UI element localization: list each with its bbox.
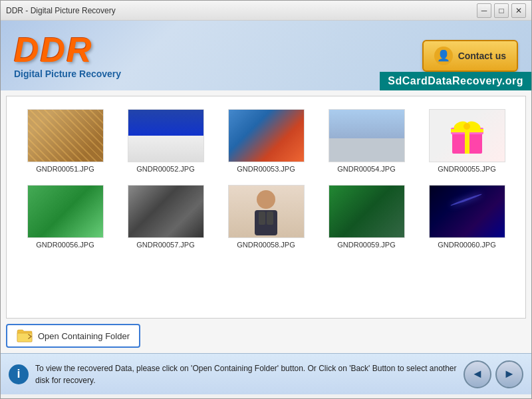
- forward-button[interactable]: ►: [495, 360, 523, 388]
- svg-point-7: [257, 190, 275, 209]
- minimize-button[interactable]: ─: [477, 3, 491, 18]
- open-folder-button[interactable]: Open Containing Folder: [6, 324, 140, 348]
- image-thumb-51: [27, 109, 104, 162]
- back-button[interactable]: ◄: [464, 360, 491, 388]
- nav-buttons: ◄ ►: [464, 360, 523, 388]
- image-thumb-58: [228, 185, 305, 238]
- maximize-button[interactable]: □: [494, 3, 509, 18]
- person-icon: [249, 188, 283, 235]
- contact-label: Contact us: [458, 51, 506, 61]
- image-thumb-52: [128, 109, 204, 162]
- image-label-52: GNDR00052.JPG: [136, 165, 194, 173]
- bottom-bar: i To view the recovered Data, please cli…: [1, 353, 531, 394]
- website-banner: SdCardDataRecovery.org: [380, 72, 531, 90]
- title-text: DDR - Digital Picture Recovery: [6, 6, 477, 15]
- main-content: GNDR00051.JPG GNDR00052.JPG GNDR00053.JP…: [1, 90, 531, 353]
- image-item-55[interactable]: GNDR00055.JPG: [418, 106, 515, 176]
- info-icon: i: [9, 364, 29, 384]
- gift-icon: [449, 116, 485, 156]
- image-label-56: GNDR00056.JPG: [36, 241, 94, 249]
- app-logo: DDR Digital Picture Recovery: [14, 33, 121, 79]
- image-item-51[interactable]: GNDR00051.JPG: [17, 106, 114, 176]
- title-bar-buttons: ─ □ ✕: [477, 3, 526, 18]
- svg-rect-10: [267, 211, 273, 225]
- image-item-52[interactable]: GNDR00052.JPG: [117, 106, 214, 176]
- header: DDR Digital Picture Recovery 👤 Contact u…: [1, 21, 531, 90]
- image-item-57[interactable]: GNDR00057.JPG: [117, 182, 214, 251]
- image-item-59[interactable]: GNDR00059.JPG: [318, 182, 415, 251]
- image-label-57: GNDR00057.JPG: [136, 241, 194, 249]
- svg-rect-8: [255, 210, 277, 235]
- image-thumb-59: [329, 185, 405, 238]
- image-item-58[interactable]: GNDR00058.JPG: [217, 182, 315, 251]
- image-thumb-60: [429, 185, 505, 238]
- image-item-53[interactable]: GNDR00053.JPG: [217, 106, 315, 176]
- image-thumb-54: [329, 109, 405, 162]
- folder-button-label: Open Containing Folder: [38, 331, 130, 341]
- svg-point-6: [464, 123, 470, 130]
- image-item-54[interactable]: GNDR00054.JPG: [318, 106, 415, 176]
- svg-rect-9: [259, 211, 265, 225]
- title-bar: DDR - Digital Picture Recovery ─ □ ✕: [1, 1, 531, 21]
- image-item-60[interactable]: GNDR00060.JPG: [418, 182, 515, 251]
- website-text: SdCardDataRecovery.org: [388, 75, 523, 86]
- image-label-60: GNDR00060.JPG: [438, 241, 495, 249]
- info-message: To view the recovered Data, please click…: [35, 362, 457, 386]
- image-item-56[interactable]: GNDR00056.JPG: [17, 182, 114, 251]
- app-subtitle: Digital Picture Recovery: [14, 68, 121, 79]
- image-thumb-53: [228, 109, 305, 162]
- image-label-55: GNDR00055.JPG: [438, 165, 495, 173]
- contact-button[interactable]: 👤 Contact us: [422, 40, 518, 72]
- image-label-51: GNDR00051.JPG: [36, 165, 94, 173]
- folder-button-area: Open Containing Folder: [6, 324, 526, 348]
- folder-icon: [17, 329, 33, 342]
- image-label-58: GNDR00058.JPG: [237, 241, 295, 249]
- image-grid-container[interactable]: GNDR00051.JPG GNDR00052.JPG GNDR00053.JP…: [6, 96, 526, 319]
- forward-icon: ►: [503, 367, 515, 381]
- image-grid: GNDR00051.JPG GNDR00052.JPG GNDR00053.JP…: [13, 103, 519, 255]
- back-icon: ◄: [471, 367, 483, 381]
- close-button[interactable]: ✕: [511, 3, 526, 18]
- contact-icon: 👤: [434, 47, 453, 65]
- image-label-59: GNDR00059.JPG: [337, 241, 395, 249]
- image-thumb-57: [128, 185, 204, 238]
- image-label-53: GNDR00053.JPG: [237, 165, 295, 173]
- image-thumb-56: [27, 185, 104, 238]
- logo-text: DDR: [14, 33, 93, 67]
- image-label-54: GNDR00054.JPG: [337, 165, 395, 173]
- image-thumb-55: [429, 109, 505, 162]
